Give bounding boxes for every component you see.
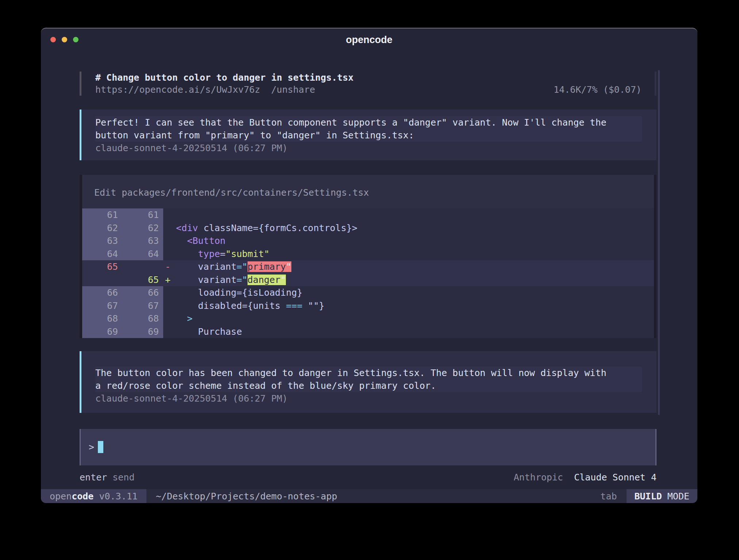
unshare-command: /unshare (271, 84, 315, 96)
prompt-symbol: > (89, 442, 94, 452)
titlebar: opencode (41, 28, 697, 51)
diff-code-line: Purchase (163, 325, 654, 338)
diff-row: 6363 <Button (82, 234, 654, 248)
message-text: Perfect! I can see that the Button compo… (95, 116, 642, 142)
line-number-gutter: 6666 (82, 286, 163, 299)
diff-code-line: <div className={formCs.controls}> (163, 222, 654, 235)
diff-code-line: disabled={units === ""} (163, 299, 654, 312)
token-usage: 14.6K/7% ($0.07) (554, 84, 642, 96)
assistant-message: Perfect! I can see that the Button compo… (80, 110, 656, 160)
message-model-timestamp: claude-sonnet-4-20250514 (06:27 PM) (95, 142, 648, 154)
status-bar: opencode v0.3.11 ~/Desktop/Projects/demo… (41, 489, 697, 503)
brand-open: open (50, 491, 72, 502)
diff-row: 6161 (82, 208, 654, 222)
line-number-gutter: 6969 (82, 325, 163, 338)
diff-code-line: + variant="danger" (163, 273, 654, 287)
app-version: v0.3.11 (99, 491, 137, 502)
diff-code-line: loading={isLoading} (163, 286, 654, 299)
working-directory: ~/Desktop/Projects/demo-notes-app (156, 491, 337, 502)
session-title: # Change button color to danger in setti… (95, 72, 642, 84)
diff-row: 6666 loading={isLoading} (82, 286, 654, 299)
diff-row: 65+ variant="danger" (82, 273, 654, 287)
conversation-area: # Change button color to danger in setti… (80, 72, 656, 483)
scrollbar[interactable] (658, 70, 660, 415)
diff-row: 6464 type="submit" (82, 248, 654, 261)
mode-build-label: BUILD (635, 491, 662, 502)
share-url: https://opencode.ai/s/UwJxv76z (95, 84, 260, 96)
model-indicator: Anthropic Claude Sonnet 4 (514, 471, 656, 483)
diff-row: 6262 <div className={formCs.controls}> (82, 222, 654, 235)
model-name: Claude Sonnet 4 (574, 472, 656, 483)
brand-code: code (72, 491, 93, 502)
message-text: The button color has been changed to dan… (95, 367, 642, 392)
tab-key-hint: tab (600, 491, 617, 502)
send-action-hint: send (112, 471, 134, 483)
diff-row: 6767 disabled={units === ""} (82, 299, 654, 312)
build-mode-chip[interactable]: BUILD MODE (627, 489, 697, 503)
provider-name: Anthropic (514, 472, 563, 483)
enter-key-hint: enter (80, 471, 107, 483)
diff-code-line (163, 208, 654, 222)
app-version-chip: opencode v0.3.11 (41, 489, 146, 503)
assistant-message: The button color has been changed to dan… (80, 351, 656, 413)
status-bar-right: tab BUILD MODE (600, 489, 697, 503)
line-number-gutter: 6262 (82, 222, 163, 235)
session-header: # Change button color to danger in setti… (80, 72, 656, 96)
input-hints-row: enter send Anthropic Claude Sonnet 4 (80, 471, 656, 483)
line-number-gutter: 6767 (82, 299, 163, 312)
diff-row: 65- variant="primary" (82, 260, 654, 273)
diff-row: 6969 Purchase (82, 325, 654, 338)
line-number-gutter: 65 (82, 273, 163, 287)
diff-row: 6868 > (82, 312, 654, 325)
message-model-timestamp: claude-sonnet-4-20250514 (06:27 PM) (95, 392, 648, 405)
prompt-input[interactable]: > (80, 429, 656, 465)
mode-word-label: MODE (667, 491, 689, 502)
edit-tool-panel: Edit packages/frontend/src/containers/Se… (80, 175, 656, 338)
diff-code-line: - variant="primary" (163, 260, 654, 273)
line-number-gutter: 6464 (82, 248, 163, 261)
diff-code-line: > (163, 312, 654, 325)
line-number-gutter: 6868 (82, 312, 163, 325)
session-meta-row: https://opencode.ai/s/UwJxv76z /unshare … (95, 84, 642, 96)
line-number-gutter: 65 (82, 260, 163, 273)
line-number-gutter: 6161 (82, 208, 163, 222)
prompt-line[interactable]: > (89, 440, 655, 454)
window-title: opencode (41, 34, 697, 46)
line-number-gutter: 6363 (82, 234, 163, 248)
diff-rows: 61616262 <div className={formCs.controls… (82, 208, 654, 338)
diff-code-line: type="submit" (163, 248, 654, 261)
text-cursor (98, 441, 103, 453)
edit-file-path: Edit packages/frontend/src/containers/Se… (82, 175, 654, 208)
diff-code-line: <Button (163, 234, 654, 248)
app-window: opencode # Change button color to danger… (41, 28, 697, 503)
